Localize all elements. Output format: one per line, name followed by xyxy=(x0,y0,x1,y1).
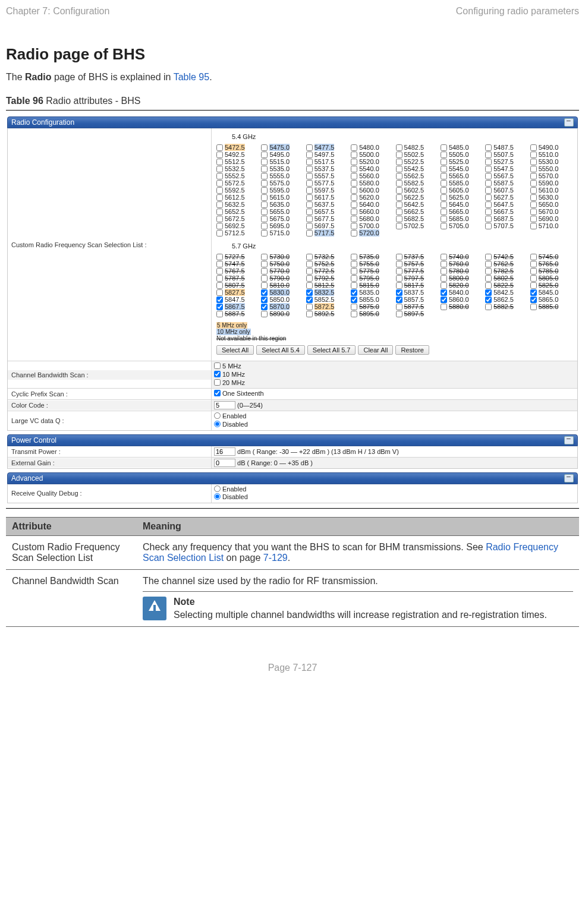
freq-grid-54[interactable]: 5472.55475.05477.55480.05482.55485.05487… xyxy=(216,144,573,236)
freq-5782.5[interactable]: 5782.5 xyxy=(485,267,527,275)
freq-5892.5[interactable]: 5892.5 xyxy=(306,310,348,317)
freq-5850.0[interactable]: 5850.0 xyxy=(261,296,303,303)
cyclic-one-sixteenth[interactable]: One Sixteenth xyxy=(214,390,575,398)
freq-5800.0[interactable]: 5800.0 xyxy=(441,275,483,282)
rq-enabled[interactable]: Enabled xyxy=(214,485,575,494)
freq-5567.5[interactable]: 5567.5 xyxy=(485,172,527,179)
freq-5650.0[interactable]: 5650.0 xyxy=(530,201,573,208)
freq-5845.0[interactable]: 5845.0 xyxy=(530,289,573,296)
freq-5745.0[interactable]: 5745.0 xyxy=(530,253,573,260)
freq-5707.5[interactable]: 5707.5 xyxy=(485,222,527,229)
freq-5582.5[interactable]: 5582.5 xyxy=(396,179,438,187)
freq-5872.5[interactable]: 5872.5 xyxy=(306,303,348,310)
tx-power-input[interactable] xyxy=(214,447,235,456)
freq-5825.0[interactable]: 5825.0 xyxy=(530,282,573,289)
freq-5700.0[interactable]: 5700.0 xyxy=(351,222,393,229)
clear-all-button[interactable]: Clear All xyxy=(358,345,393,355)
freq-5727.5[interactable]: 5727.5 xyxy=(216,253,259,260)
freq-grid-57[interactable]: 5727.55730.05732.55735.05737.55740.05742… xyxy=(216,253,573,317)
freq-5530.0[interactable]: 5530.0 xyxy=(530,158,573,165)
freq-5827.5[interactable]: 5827.5 xyxy=(216,289,259,296)
freq-5630.0[interactable]: 5630.0 xyxy=(530,194,573,201)
ext-gain-input[interactable] xyxy=(214,459,235,467)
freq-5500.0[interactable]: 5500.0 xyxy=(351,151,393,158)
freq-5760.0[interactable]: 5760.0 xyxy=(441,260,483,267)
freq-5652.5[interactable]: 5652.5 xyxy=(216,208,259,215)
freq-5770.0[interactable]: 5770.0 xyxy=(261,267,303,275)
freq-5777.5[interactable]: 5777.5 xyxy=(396,267,438,275)
freq-5607.5[interactable]: 5607.5 xyxy=(485,187,527,194)
freq-5865.0[interactable]: 5865.0 xyxy=(530,296,573,303)
freq-5765.0[interactable]: 5765.0 xyxy=(530,260,573,267)
freq-5715.0[interactable]: 5715.0 xyxy=(261,229,303,236)
freq-5875.0[interactable]: 5875.0 xyxy=(351,303,393,310)
freq-5692.5[interactable]: 5692.5 xyxy=(216,222,259,229)
freq-5720.0[interactable]: 5720.0 xyxy=(351,229,393,236)
freq-5695.0[interactable]: 5695.0 xyxy=(261,222,303,229)
freq-5755.0[interactable]: 5755.0 xyxy=(351,260,393,267)
freq-5802.5[interactable]: 5802.5 xyxy=(485,275,527,282)
freq-5482.5[interactable]: 5482.5 xyxy=(396,144,438,151)
page-link[interactable]: 7-129 xyxy=(263,553,288,563)
freq-5842.5[interactable]: 5842.5 xyxy=(485,289,527,296)
freq-5867.5[interactable]: 5867.5 xyxy=(216,303,259,310)
select-all-57-button[interactable]: Select All 5.7 xyxy=(307,345,356,355)
freq-5510.0[interactable]: 5510.0 xyxy=(530,151,573,158)
freq-5817.5[interactable]: 5817.5 xyxy=(396,282,438,289)
freq-5640.0[interactable]: 5640.0 xyxy=(351,201,393,208)
freq-5592.5[interactable]: 5592.5 xyxy=(216,187,259,194)
freq-5605.0[interactable]: 5605.0 xyxy=(441,187,483,194)
freq-5627.5[interactable]: 5627.5 xyxy=(485,194,527,201)
freq-5572.5[interactable]: 5572.5 xyxy=(216,179,259,187)
freq-5512.5[interactable]: 5512.5 xyxy=(216,158,259,165)
freq-5522.5[interactable]: 5522.5 xyxy=(396,158,438,165)
large-vc-disabled[interactable]: Disabled xyxy=(214,421,575,429)
freq-5517.5[interactable]: 5517.5 xyxy=(306,158,348,165)
freq-5477.5[interactable]: 5477.5 xyxy=(306,144,348,151)
panel-radio-config[interactable]: Radio Configuration xyxy=(7,116,578,128)
freq-5622.5[interactable]: 5622.5 xyxy=(396,194,438,201)
freq-5515.0[interactable]: 5515.0 xyxy=(261,158,303,165)
freq-5840.0[interactable]: 5840.0 xyxy=(441,289,483,296)
freq-5565.0[interactable]: 5565.0 xyxy=(441,172,483,179)
freq-5785.0[interactable]: 5785.0 xyxy=(530,267,573,275)
freq-5485.0[interactable]: 5485.0 xyxy=(441,144,483,151)
freq-5502.5[interactable]: 5502.5 xyxy=(396,151,438,158)
freq-5615.0[interactable]: 5615.0 xyxy=(261,194,303,201)
panel-power-control[interactable]: Power Control xyxy=(7,434,578,446)
freq-5762.5[interactable]: 5762.5 xyxy=(485,260,527,267)
freq-5665.0[interactable]: 5665.0 xyxy=(441,208,483,215)
freq-5680.0[interactable]: 5680.0 xyxy=(351,215,393,222)
freq-5822.5[interactable]: 5822.5 xyxy=(485,282,527,289)
collapse-icon[interactable] xyxy=(564,474,574,483)
freq-5697.5[interactable]: 5697.5 xyxy=(306,222,348,229)
freq-5857.5[interactable]: 5857.5 xyxy=(396,296,438,303)
freq-5535.0[interactable]: 5535.0 xyxy=(261,165,303,172)
freq-5480.0[interactable]: 5480.0 xyxy=(351,144,393,151)
freq-5805.0[interactable]: 5805.0 xyxy=(530,275,573,282)
freq-5717.5[interactable]: 5717.5 xyxy=(306,229,348,236)
rq-disabled[interactable]: Disabled xyxy=(214,493,575,502)
freq-5557.5[interactable]: 5557.5 xyxy=(306,172,348,179)
freq-5667.5[interactable]: 5667.5 xyxy=(485,208,527,215)
freq-5795.0[interactable]: 5795.0 xyxy=(351,275,393,282)
freq-5890.0[interactable]: 5890.0 xyxy=(261,310,303,317)
freq-5492.5[interactable]: 5492.5 xyxy=(216,151,259,158)
freq-5597.5[interactable]: 5597.5 xyxy=(306,187,348,194)
freq-5475.0[interactable]: 5475.0 xyxy=(261,144,303,151)
freq-5585.0[interactable]: 5585.0 xyxy=(441,179,483,187)
collapse-icon[interactable] xyxy=(564,436,574,444)
freq-5637.5[interactable]: 5637.5 xyxy=(306,201,348,208)
freq-5835.0[interactable]: 5835.0 xyxy=(351,289,393,296)
freq-5677.5[interactable]: 5677.5 xyxy=(306,215,348,222)
freq-5772.5[interactable]: 5772.5 xyxy=(306,267,348,275)
freq-5750.0[interactable]: 5750.0 xyxy=(261,260,303,267)
freq-5547.5[interactable]: 5547.5 xyxy=(485,165,527,172)
freq-5532.5[interactable]: 5532.5 xyxy=(216,165,259,172)
freq-5612.5[interactable]: 5612.5 xyxy=(216,194,259,201)
chan-bw-5[interactable]: 5 MHz xyxy=(214,362,575,371)
freq-5575.0[interactable]: 5575.0 xyxy=(261,179,303,187)
freq-5832.5[interactable]: 5832.5 xyxy=(306,289,348,296)
freq-5830.0[interactable]: 5830.0 xyxy=(261,289,303,296)
freq-5537.5[interactable]: 5537.5 xyxy=(306,165,348,172)
